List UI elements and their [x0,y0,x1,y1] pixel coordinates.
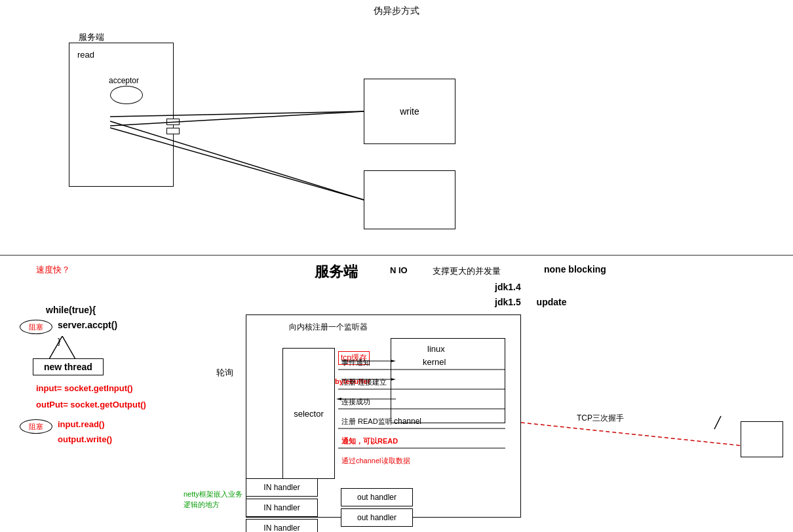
in-handler-3: IN handler [246,519,318,532]
output-write-label: output.write() [58,434,112,444]
write-label: write [400,106,419,117]
bar-2 [166,128,180,134]
netty-label-2: 逻辑的地方 [184,500,220,510]
read-label: read [77,50,94,60]
handlers-area: IN handler IN handler IN handler [246,478,318,532]
svg-marker-20 [336,398,341,400]
bar-1 [166,119,180,125]
top-section: 伪异步方式 服务端 read acceptor write [0,0,793,256]
while-label: while(true){ [46,305,96,315]
bar-group [166,119,180,137]
n-label: N IO [390,265,408,275]
blocking-oval-2: 阻塞 [20,419,52,434]
svg-line-4 [521,423,741,446]
server-label-bottom: 服务端 [315,263,358,280]
top-title: 伪异步方式 [0,5,793,17]
close-bracket: } [58,336,60,346]
acceptor-label: acceptor [109,76,139,85]
input-label: input= socket.getInput() [36,383,133,393]
out-handler-2: out handler [341,508,413,527]
second-box [364,170,455,229]
server-box-top: read acceptor [69,43,174,187]
blocking-oval-1: 阻塞 [20,320,52,334]
svg-marker-16 [391,360,396,362]
out-handlers-area: out handler out handler [341,488,413,527]
jdk15-label: jdk1.5 update [495,297,566,307]
none-blocking-label: none blocking [544,264,606,275]
tcp-handshake-label: TCP三次握手 [577,413,624,424]
server-title: 服务端 [315,262,358,282]
support-label: 支撑更大的并发量 [433,265,501,277]
svg-marker-18 [391,378,396,381]
client-box [741,421,783,457]
server-label-top: 服务端 [79,31,104,43]
diagram-area: 伪异步方式 服务端 read acceptor write [0,0,793,532]
svg-marker-9 [49,336,75,359]
accpt-label: server.accpt() [58,320,117,330]
svg-line-5 [714,416,721,429]
jdk14-label: jdk1.4 [495,282,521,292]
out-handler-1: out handler [341,488,413,506]
new-thread-box: new thread [33,358,104,375]
update-label: update [537,297,567,307]
speed-label: 速度快？ [36,264,70,276]
bottom-section: 速度快？ 服务端 N IO 支撑更大的并发量 none blocking jdk… [0,259,793,532]
acceptor-oval [110,86,143,104]
netty-label-1: netty框架嵌入业务 [184,489,242,499]
write-box: write [364,79,455,144]
polling-label: 轮询 [216,367,233,379]
in-handler-2: IN handler [246,499,318,517]
in-handler-1: IN handler [246,478,318,497]
input-read-label: input.read() [58,419,105,429]
output-label: outPut= socket.getOutput() [36,400,146,409]
